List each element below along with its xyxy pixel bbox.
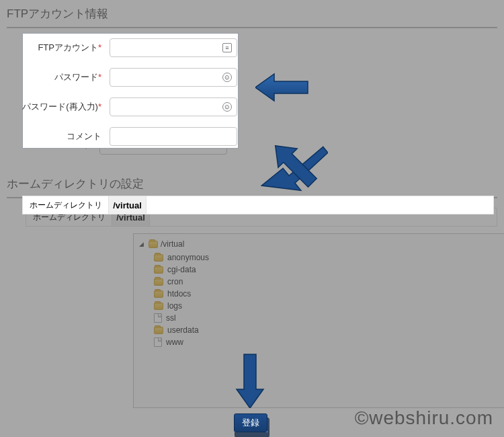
tree-item[interactable]: ssl <box>154 312 503 324</box>
file-icon <box>154 313 162 323</box>
contact-icon: ≡ <box>222 43 232 52</box>
password-input[interactable] <box>110 68 237 87</box>
comment-input[interactable] <box>110 127 237 146</box>
tree-item-label: cron <box>167 277 183 286</box>
folder-icon <box>154 327 163 334</box>
section-title-homedir: ホームディレクトリの設定 <box>7 173 497 198</box>
folder-icon <box>154 278 163 286</box>
tree-item[interactable]: htdocs <box>154 288 503 300</box>
ftp-account-input[interactable] <box>110 38 237 57</box>
tree-item-label: anonymous <box>167 253 209 262</box>
submit-button[interactable]: 登録 <box>234 413 267 432</box>
folder-icon <box>149 241 158 248</box>
folder-icon <box>154 303 163 310</box>
key-icon: ⊙ <box>222 73 232 82</box>
tree-item[interactable]: logs <box>154 300 503 312</box>
tree-collapse-icon[interactable]: ◢ <box>139 241 146 247</box>
tree-item-label: htdocs <box>167 289 191 299</box>
password-confirm-input[interactable] <box>110 97 237 116</box>
tree-item[interactable]: cgi-data <box>154 264 503 276</box>
tree-item[interactable]: cron <box>154 276 503 288</box>
tree-item-label: www <box>166 337 183 347</box>
tree-item[interactable]: anonymous <box>154 251 503 264</box>
folder-icon <box>154 266 163 274</box>
directory-tree-panel[interactable]: ◢ /virtual anonymouscgi-datacronhtdocslo… <box>133 233 504 408</box>
folder-icon <box>154 290 163 298</box>
watermark: ©webshiru.com <box>355 407 493 429</box>
tree-item[interactable]: www <box>154 336 503 348</box>
tree-item[interactable]: userdata <box>154 324 503 336</box>
tree-item-label: logs <box>167 301 182 311</box>
folder-icon <box>154 254 163 262</box>
section-title-account: FTPアカウント情報 <box>7 3 497 28</box>
tree-item-label: userdata <box>167 325 199 335</box>
tree-root-label: /virtual <box>161 239 184 249</box>
key-icon: ⊙ <box>222 102 232 112</box>
tree-item-label: cgi-data <box>167 265 196 274</box>
file-icon <box>154 337 162 347</box>
tree-root[interactable]: ◢ /virtual <box>139 239 503 249</box>
homedir-path-input[interactable] <box>146 196 493 214</box>
tree-item-label: ssl <box>166 313 176 323</box>
